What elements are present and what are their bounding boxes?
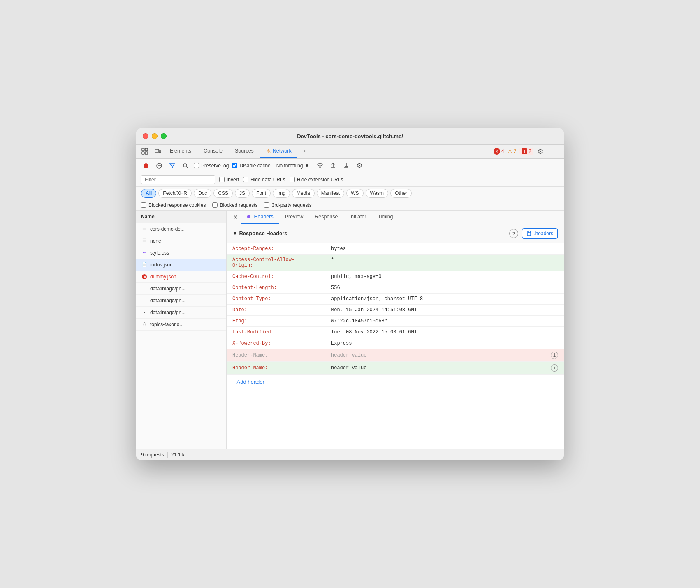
svg-rect-4	[155, 149, 159, 152]
type-manifest[interactable]: Manifest	[317, 189, 344, 198]
throttle-select[interactable]: No throttling ▼	[274, 162, 312, 169]
upload-icon[interactable]	[328, 161, 338, 171]
svg-point-6	[144, 163, 148, 168]
type-js[interactable]: JS	[235, 189, 250, 198]
inspector-icon[interactable]	[139, 146, 150, 157]
settings2-icon[interactable]: ⚙	[355, 161, 364, 171]
info-badge: i 2	[519, 148, 533, 155]
list-item[interactable]: ✏ style.css	[136, 247, 226, 259]
info-button-2[interactable]: i	[551, 364, 558, 372]
more-options-icon[interactable]: ⋮	[547, 145, 561, 158]
warning-badge: ⚠ 2	[508, 148, 517, 155]
type-filter-bar: All Fetch/XHR Doc CSS JS Font Img Media …	[136, 187, 564, 200]
record-button[interactable]	[141, 161, 151, 171]
tab-timing[interactable]: Timing	[372, 211, 399, 224]
type-wasm[interactable]: Wasm	[366, 189, 389, 198]
filter-icon[interactable]	[167, 161, 177, 171]
dash-icon: —	[141, 285, 148, 292]
content-area: Name ☰ cors-demo-de... ☰ none ✏ style.cs…	[136, 211, 564, 449]
hide-extension-urls-checkbox[interactable]: Hide extension URLs	[290, 177, 343, 183]
title-bar: DevTools - cors-demo-devtools.glitch.me/	[136, 128, 564, 145]
clear-button[interactable]	[154, 161, 164, 171]
list-item[interactable]: {} topics-taxono...	[136, 319, 226, 331]
json-icon: 📄	[141, 262, 148, 268]
tab-response[interactable]: Response	[309, 211, 343, 224]
doc-icon: ☰	[141, 238, 148, 244]
close-button[interactable]	[143, 133, 148, 139]
type-doc[interactable]: Doc	[194, 189, 211, 198]
window-title: DevTools - cors-demo-devtools.glitch.me/	[297, 133, 403, 139]
blocked-bar: Blocked response cookies Blocked request…	[136, 200, 564, 211]
list-item-error[interactable]: ✕ dummy.json	[136, 271, 226, 283]
main-tab-bar: Elements Console Sources ⚠ Network » ✕ 4…	[136, 145, 564, 159]
settings-icon[interactable]: ⚙	[534, 145, 547, 158]
header-row-etag: Etag: W/"22c-18457c15d68"	[227, 316, 564, 327]
svg-point-11	[320, 167, 320, 168]
wifi-icon[interactable]	[315, 161, 325, 171]
headers-file-button[interactable]: .headers	[522, 228, 558, 239]
status-divider	[167, 452, 168, 458]
svg-rect-5	[159, 150, 161, 153]
tab-console[interactable]: Console	[198, 145, 228, 158]
detail-close-button[interactable]: ✕	[230, 211, 241, 224]
minimize-button[interactable]	[152, 133, 158, 139]
doc-icon: ☰	[141, 226, 148, 232]
list-item[interactable]: ☰ cors-demo-de...	[136, 223, 226, 235]
status-bar: 9 requests 21.1 k	[136, 449, 564, 460]
type-media[interactable]: Media	[292, 189, 315, 198]
request-count: 9 requests	[141, 452, 164, 458]
invert-checkbox[interactable]: Invert	[219, 177, 239, 183]
type-font[interactable]: Font	[252, 189, 271, 198]
tab-network[interactable]: ⚠ Network	[260, 145, 297, 158]
list-item[interactable]: ▪ data:image/pn...	[136, 307, 226, 319]
svg-rect-14	[527, 231, 531, 236]
network-toolbar: Preserve log Disable cache No throttling…	[136, 159, 564, 173]
header-row-header-name: Header-Name: header value i	[227, 362, 564, 375]
dash-icon: —	[141, 297, 148, 304]
type-css[interactable]: CSS	[213, 189, 233, 198]
help-button[interactable]: ?	[509, 229, 518, 238]
traffic-lights	[143, 133, 167, 139]
type-ws[interactable]: WS	[346, 189, 363, 198]
type-other[interactable]: Other	[390, 189, 412, 198]
tab-elements[interactable]: Elements	[164, 145, 197, 158]
hide-data-urls-checkbox[interactable]: Hide data URLs	[243, 177, 285, 183]
tab-sources[interactable]: Sources	[229, 145, 260, 158]
add-header-button[interactable]: + Add header	[227, 375, 564, 389]
blocked-cookies-checkbox[interactable]: Blocked response cookies	[141, 202, 206, 208]
header-row-content-type: Content-Type: application/json; charset=…	[227, 294, 564, 305]
tab-more[interactable]: »	[298, 145, 313, 158]
tab-preview[interactable]: Preview	[279, 211, 309, 224]
blocked-requests-checkbox[interactable]: Blocked requests	[212, 202, 257, 208]
tab-initiator[interactable]: Initiator	[344, 211, 372, 224]
maximize-button[interactable]	[161, 133, 167, 139]
third-party-checkbox[interactable]: 3rd-party requests	[264, 202, 311, 208]
disable-cache-checkbox[interactable]: Disable cache	[232, 163, 270, 169]
device-toggle-icon[interactable]	[153, 146, 163, 157]
transfer-size: 21.1 k	[171, 452, 185, 458]
header-row-accept-ranges: Accept-Ranges: bytes	[227, 243, 564, 255]
json-obj-icon: {}	[141, 321, 148, 328]
list-item[interactable]: — data:image/pn...	[136, 283, 226, 295]
type-img[interactable]: Img	[273, 189, 290, 198]
list-item[interactable]: — data:image/pn...	[136, 295, 226, 307]
download-icon[interactable]	[341, 161, 351, 171]
file-list-header: Name	[136, 211, 226, 223]
list-item-selected[interactable]: 📄 todos.json	[136, 259, 226, 271]
info-button[interactable]: i	[551, 352, 558, 359]
svg-point-9	[183, 164, 187, 167]
svg-line-10	[186, 167, 188, 168]
header-row-access-control: Access-Control-Allow-Origin: *	[227, 255, 564, 271]
search-icon[interactable]	[181, 161, 190, 171]
detail-pane: ✕ Headers Preview Response Initiator Tim…	[227, 211, 564, 449]
filter-input[interactable]	[141, 175, 215, 184]
preserve-log-checkbox[interactable]: Preserve log	[194, 163, 229, 169]
type-all[interactable]: All	[141, 189, 156, 198]
svg-rect-2	[142, 152, 144, 154]
list-item[interactable]: ☰ none	[136, 235, 226, 247]
tab-headers[interactable]: Headers	[241, 211, 279, 224]
svg-rect-1	[145, 148, 148, 151]
type-fetch-xhr[interactable]: Fetch/XHR	[158, 189, 192, 198]
svg-rect-3	[145, 152, 148, 154]
error-badge: ✕ 4	[494, 148, 504, 155]
